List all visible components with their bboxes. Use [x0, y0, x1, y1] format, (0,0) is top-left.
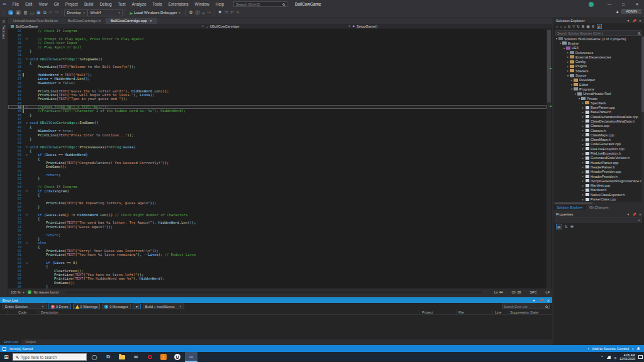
- indent-icon[interactable]: ⇉: [225, 10, 228, 15]
- breakpoint-icon[interactable]: ●: [202, 11, 204, 15]
- tree-horizontal-scrollbar[interactable]: [553, 202, 644, 205]
- code-line[interactable]: 61return;: [8, 173, 547, 177]
- column-header-description[interactable]: Description: [39, 310, 420, 314]
- fold-collapse-icon[interactable]: ⊟: [24, 213, 30, 216]
- code-line[interactable]: 58PrintLine(TEXT("Congradulations! You G…: [8, 161, 547, 165]
- tree-item[interactable]: ▸HeaderParser.h: [553, 165, 644, 169]
- issues-indicator[interactable]: No issues found: [34, 290, 58, 294]
- tree-item[interactable]: ▸Manifest.h: [553, 188, 644, 192]
- start-button[interactable]: ⊞: [0, 354, 13, 360]
- line-number[interactable]: 71: [8, 213, 21, 217]
- home-icon[interactable]: ⌂: [564, 25, 566, 28]
- code-line[interactable]: 59EndGame();: [8, 165, 547, 168]
- column-header-project[interactable]: Project: [420, 310, 457, 314]
- solution-configuration-dropdown[interactable]: Develop▼: [64, 9, 87, 16]
- line-number[interactable]: 63: [8, 181, 21, 185]
- code-line[interactable]: 40PrintLine(TEXT("Guess the %i letter wo…: [8, 89, 547, 92]
- menu-help[interactable]: Help: [213, 2, 227, 6]
- add-to-source-control-button[interactable]: Add to Source Control: [592, 347, 629, 351]
- line-number[interactable]: 25: [8, 29, 21, 33]
- bookmark-icon[interactable]: ⚑: [218, 10, 221, 15]
- attach-to-process-icon[interactable]: ⚙: [189, 10, 192, 15]
- task-view-icon[interactable]: ⧉: [102, 352, 114, 362]
- quick-search-input[interactable]: Search (Ctrl+Q): [233, 1, 287, 7]
- code-line[interactable]: 42PrintLine(TEXT("Type in your guess and…: [8, 97, 547, 101]
- line-number[interactable]: 61: [8, 173, 21, 177]
- tree-item[interactable]: ▸ClassDeclarationMetaData.h: [553, 119, 644, 123]
- network-icon[interactable]: [607, 356, 611, 359]
- line-number[interactable]: 46: [8, 113, 21, 117]
- hidden-icons-chevron[interactable]: ⌃: [601, 355, 604, 359]
- pin-icon[interactable]: 📌: [633, 19, 636, 23]
- line-number[interactable]: 50: [8, 129, 21, 133]
- tree-item[interactable]: ▸ClassMaps.cpp: [553, 133, 644, 137]
- properties-object-dropdown[interactable]: ▼: [555, 217, 642, 222]
- line-number[interactable]: 65: [8, 189, 21, 193]
- line-number[interactable]: 73: [8, 221, 21, 224]
- line-number[interactable]: 84: [8, 265, 21, 268]
- clock[interactable]: 4:06 AM 12/31/2020: [619, 353, 635, 361]
- line-number[interactable]: 43: [8, 101, 21, 105]
- code-line[interactable]: 25// Check If Isogram: [8, 29, 547, 33]
- line-number[interactable]: 45: [8, 109, 21, 112]
- show-all-files-icon[interactable]: ▩: [586, 25, 589, 28]
- line-number[interactable]: 80: [8, 249, 21, 253]
- solution-platform-dropdown[interactable]: Win64▼: [87, 9, 123, 16]
- preview-changes-icon[interactable]: ◫: [196, 10, 200, 15]
- fold-collapse-icon[interactable]: ⊟: [24, 121, 30, 124]
- line-number[interactable]: 56: [8, 153, 21, 156]
- column-header-suppression-state[interactable]: Suppression State: [508, 310, 552, 314]
- redo-icon[interactable]: ↷: [55, 10, 59, 15]
- menu-analyze[interactable]: Analyze: [128, 2, 149, 6]
- error-list-body[interactable]: [0, 315, 552, 339]
- close-tab-icon[interactable]: ✕: [150, 19, 152, 23]
- refresh-icon[interactable]: ↻: [577, 25, 580, 28]
- line-number[interactable]: 48: [8, 121, 21, 124]
- tree-item[interactable]: ▸CodeGenerator.cpp: [553, 142, 644, 146]
- notifications-bell-icon[interactable]: 🔔︎: [636, 347, 640, 351]
- line-number[interactable]: 52: [8, 137, 21, 141]
- code-line[interactable]: 81PrintLine(TEXT("You have %i lives rema…: [8, 253, 547, 256]
- feedback-person-icon[interactable]: ♟: [616, 9, 619, 14]
- code-line[interactable]: 33{: [8, 61, 547, 65]
- chevron-down-icon[interactable]: ▼: [201, 25, 204, 28]
- navigate-forward-icon[interactable]: ▸: [16, 10, 21, 15]
- line-number[interactable]: 85: [8, 269, 21, 273]
- pending-changes-filter-icon[interactable]: ▽: [572, 25, 575, 28]
- document-tab[interactable]: BullCowCartridge.cpp✕: [106, 18, 157, 24]
- line-number[interactable]: 54: [8, 145, 21, 149]
- line-number[interactable]: 33: [8, 61, 21, 65]
- line-number[interactable]: 86: [8, 273, 21, 277]
- code-line[interactable]: 44⊟//const TCHAR HW[] = TEXT("bull");: [8, 105, 547, 109]
- menu-edit[interactable]: Edit: [22, 2, 35, 6]
- line-number[interactable]: 79: [8, 245, 21, 249]
- line-number[interactable]: 41: [8, 93, 21, 97]
- line-number[interactable]: 47: [8, 117, 21, 121]
- line-number[interactable]: 27: [8, 37, 21, 41]
- tree-item[interactable]: ▾Programs: [553, 87, 644, 91]
- toolbar-overflow-icon[interactable]: ▾: [236, 10, 239, 15]
- taskbar-search-input[interactable]: Type here to search: [13, 353, 87, 361]
- tree-item[interactable]: ▸Plugins: [553, 64, 644, 69]
- line-number[interactable]: 62: [8, 177, 21, 180]
- sync-with-active-document-icon[interactable]: ⇄: [597, 24, 602, 29]
- line-number[interactable]: 57: [8, 157, 21, 161]
- error-list-column-headers[interactable]: CodeDescriptionProjectFileLineSuppressio…: [0, 310, 552, 315]
- code-line[interactable]: 69}: [8, 205, 547, 209]
- code-line[interactable]: 68PrintLine(TEXT("No repeating letters, …: [8, 200, 547, 204]
- code-line[interactable]: 37Lives = HiddenWord.Len();: [8, 77, 547, 80]
- fold-collapse-icon[interactable]: ⊟: [24, 153, 30, 156]
- tree-item[interactable]: ▸Specifiers: [553, 101, 644, 105]
- code-line[interactable]: 51PrintLine(TEXT("Press Enter to Continu…: [8, 133, 547, 136]
- undo-icon[interactable]: ↶: [49, 10, 53, 15]
- line-number[interactable]: 69: [8, 205, 21, 209]
- action-center-icon[interactable]: [638, 355, 643, 359]
- tree-item[interactable]: ▸Config: [553, 59, 644, 63]
- volume-icon[interactable]: ◃): [614, 355, 616, 359]
- cortana-icon[interactable]: ◯: [88, 352, 101, 362]
- messages-filter-button[interactable]: i 0 Messages: [102, 304, 131, 309]
- code-line[interactable]: 50bGameOver = true;: [8, 129, 547, 133]
- code-line[interactable]: 57{: [8, 157, 547, 161]
- tree-item[interactable]: ▸Editor: [553, 82, 644, 87]
- line-number[interactable]: 83: [8, 261, 21, 265]
